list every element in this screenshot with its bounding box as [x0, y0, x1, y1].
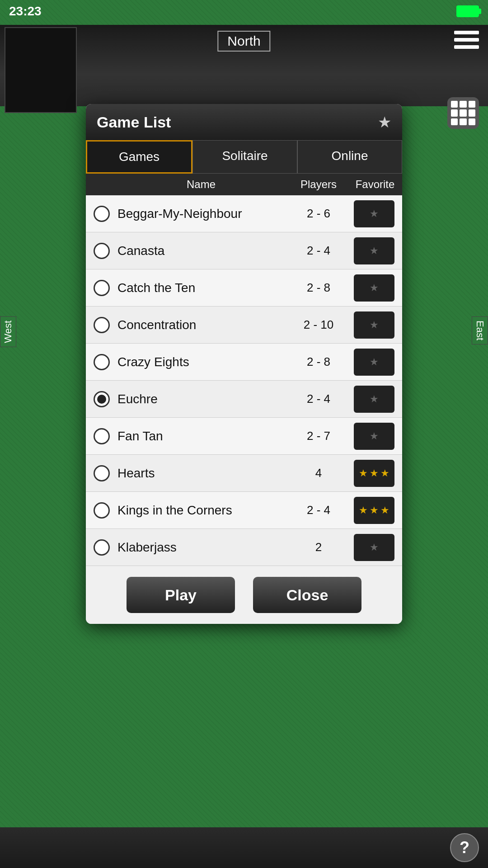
favorite-button[interactable]: ★★★	[354, 460, 394, 487]
north-label: North	[217, 31, 270, 52]
game-favorite-col: ★	[348, 349, 402, 376]
radio-button[interactable]	[94, 428, 110, 444]
radio-col	[86, 280, 117, 296]
modal-header: Game List ★	[86, 104, 402, 140]
tab-games[interactable]: Games	[86, 140, 192, 174]
radio-button[interactable]	[94, 354, 110, 370]
game-name: Crazy Eights	[117, 355, 289, 369]
table-row[interactable]: Fan Tan2 - 7★	[86, 418, 402, 455]
menu-line-3	[454, 45, 479, 49]
game-list-modal: Game List ★ Games Solitaire Online Name …	[86, 104, 402, 624]
game-favorite-col: ★	[348, 274, 402, 302]
game-players: 2 - 8	[289, 355, 348, 369]
status-bar: 23:23	[0, 0, 488, 23]
game-players: 2	[289, 540, 348, 554]
favorite-button[interactable]: ★	[354, 386, 394, 413]
table-header: Name Players Favorite	[86, 174, 402, 195]
table-row[interactable]: Beggar-My-Neighbour2 - 6★	[86, 195, 402, 232]
radio-button[interactable]	[94, 243, 110, 259]
game-name: Catch the Ten	[117, 281, 289, 295]
game-list: Beggar-My-Neighbour2 - 6★Canasta2 - 4★Ca…	[86, 195, 402, 566]
radio-button[interactable]	[94, 391, 110, 407]
modal-favorite-star[interactable]: ★	[378, 113, 391, 131]
game-players: 2 - 6	[289, 207, 348, 221]
radio-button[interactable]	[94, 206, 110, 222]
radio-button[interactable]	[94, 502, 110, 519]
tabs-bar: Games Solitaire Online	[86, 140, 402, 174]
game-favorite-col: ★★★	[348, 460, 402, 487]
game-favorite-col: ★	[348, 311, 402, 339]
game-name: Hearts	[117, 466, 289, 481]
table-row[interactable]: Catch the Ten2 - 8★	[86, 269, 402, 307]
radio-button[interactable]	[94, 317, 110, 333]
radio-col	[86, 539, 117, 556]
game-name: Kings in the Corners	[117, 503, 289, 518]
col-players-header: Players	[289, 178, 348, 191]
radio-col	[86, 428, 117, 444]
table-row[interactable]: Hearts4★★★	[86, 455, 402, 492]
play-button[interactable]: Play	[127, 577, 235, 613]
modal-footer: Play Close	[86, 566, 402, 624]
table-row[interactable]: Klaberjass2★	[86, 529, 402, 566]
radio-col	[86, 354, 117, 370]
game-name: Klaberjass	[117, 540, 289, 555]
game-players: 2 - 10	[289, 318, 348, 332]
game-players: 2 - 7	[289, 429, 348, 443]
radio-button[interactable]	[94, 539, 110, 556]
radio-col	[86, 465, 117, 481]
radio-col	[86, 317, 117, 333]
game-favorite-col: ★	[348, 200, 402, 227]
radio-button[interactable]	[94, 280, 110, 296]
menu-line-1	[454, 31, 479, 34]
favorite-button[interactable]: ★	[354, 423, 394, 450]
game-players: 4	[289, 466, 348, 480]
modal-title: Game List	[97, 113, 171, 131]
game-favorite-col: ★	[348, 237, 402, 264]
game-players: 2 - 8	[289, 281, 348, 295]
favorite-button[interactable]: ★	[354, 349, 394, 376]
grid-view-button[interactable]	[447, 97, 479, 129]
table-row[interactable]: Euchre2 - 4★	[86, 381, 402, 418]
game-favorite-col: ★★★	[348, 497, 402, 524]
card-area	[5, 27, 77, 113]
menu-line-2	[454, 38, 479, 42]
col-name-header: Name	[86, 178, 289, 191]
favorite-button[interactable]: ★	[354, 200, 394, 227]
table-row[interactable]: Canasta2 - 4★	[86, 232, 402, 269]
tab-online[interactable]: Online	[297, 140, 402, 174]
favorite-button[interactable]: ★★★	[354, 497, 394, 524]
radio-col	[86, 391, 117, 407]
table-row[interactable]: Crazy Eights2 - 8★	[86, 344, 402, 381]
col-fav-header: Favorite	[348, 178, 402, 191]
radio-col	[86, 502, 117, 519]
radio-col	[86, 206, 117, 222]
game-name: Canasta	[117, 244, 289, 258]
game-favorite-col: ★	[348, 534, 402, 561]
radio-button[interactable]	[94, 465, 110, 481]
battery-icon	[456, 5, 479, 17]
game-favorite-col: ★	[348, 386, 402, 413]
game-name: Euchre	[117, 392, 289, 406]
game-players: 2 - 4	[289, 392, 348, 406]
favorite-button[interactable]: ★	[354, 534, 394, 561]
radio-col	[86, 243, 117, 259]
west-label: West	[0, 316, 16, 347]
east-label: East	[472, 316, 488, 344]
table-row[interactable]: Concentration2 - 10★	[86, 307, 402, 344]
close-button[interactable]: Close	[253, 577, 361, 613]
game-name: Fan Tan	[117, 429, 289, 443]
game-name: Beggar-My-Neighbour	[117, 207, 289, 221]
tab-solitaire[interactable]: Solitaire	[192, 140, 297, 174]
help-button[interactable]: ?	[450, 833, 479, 862]
favorite-button[interactable]: ★	[354, 237, 394, 264]
game-players: 2 - 4	[289, 244, 348, 258]
bottom-bar: ?	[0, 827, 488, 868]
time-display: 23:23	[9, 4, 42, 19]
favorite-button[interactable]: ★	[354, 274, 394, 302]
game-players: 2 - 4	[289, 503, 348, 517]
game-favorite-col: ★	[348, 423, 402, 450]
game-name: Concentration	[117, 318, 289, 332]
menu-button[interactable]	[454, 31, 479, 49]
table-row[interactable]: Kings in the Corners2 - 4★★★	[86, 492, 402, 529]
favorite-button[interactable]: ★	[354, 311, 394, 339]
